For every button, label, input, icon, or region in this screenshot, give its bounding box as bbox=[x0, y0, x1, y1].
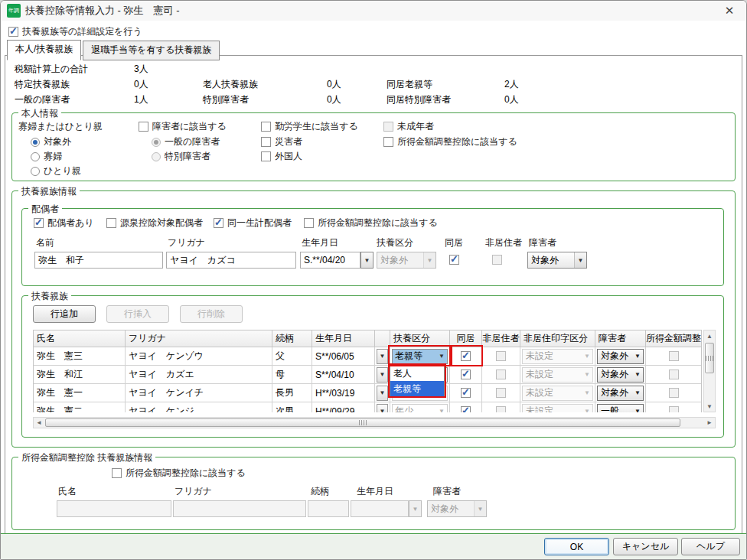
radio-single-parent[interactable]: ひとり親 bbox=[31, 164, 81, 177]
same-livelihood-checkbox[interactable]: 同一生計配偶者 bbox=[214, 217, 292, 230]
chevron-down-icon[interactable]: ▼ bbox=[632, 353, 643, 360]
scroll-up-icon[interactable]: ▲ bbox=[704, 330, 715, 341]
table-vertical-scrollbar[interactable]: ▲ ▼ bbox=[703, 330, 716, 412]
table-horizontal-scrollbar[interactable]: ◄ ► bbox=[33, 417, 716, 428]
add-row-button[interactable]: 行追加 bbox=[33, 305, 96, 323]
tab-self-dependents[interactable]: 本人/扶養親族 bbox=[7, 40, 81, 60]
ok-button[interactable]: OK bbox=[544, 538, 609, 555]
chevron-down-icon[interactable]: ▼ bbox=[377, 404, 388, 413]
scrollbar-thumb[interactable] bbox=[45, 418, 680, 427]
scroll-left-icon[interactable]: ◄ bbox=[34, 418, 44, 428]
cell-cohabit[interactable] bbox=[450, 366, 482, 384]
radio-on[interactable] bbox=[31, 138, 40, 147]
chevron-down-icon[interactable]: ▼ bbox=[632, 371, 643, 378]
dropdown-option-roshinto[interactable]: 老親等 bbox=[390, 381, 444, 396]
checkbox-checked[interactable] bbox=[461, 370, 471, 379]
cell-kana[interactable]: ヤヨイ カズエ bbox=[126, 366, 272, 384]
cell-relation[interactable]: 次男 bbox=[272, 402, 312, 412]
spouse-birth-dropdown-button[interactable]: ▼ bbox=[360, 252, 374, 269]
spouse-col-kana: フリガナ bbox=[168, 236, 205, 249]
checkbox-unchecked[interactable] bbox=[261, 151, 271, 161]
self-income-adjust-checkbox[interactable]: 所得金額調整控除に該当する bbox=[383, 135, 517, 148]
help-button[interactable]: ヘルプ bbox=[681, 538, 740, 555]
radio-not-applicable[interactable]: 対象外 bbox=[31, 135, 71, 148]
checkbox-disabled bbox=[496, 406, 506, 412]
radio-off[interactable] bbox=[31, 152, 40, 161]
cell-name[interactable]: 弥生 憲一 bbox=[34, 384, 126, 402]
scroll-down-icon[interactable]: ▼ bbox=[704, 401, 715, 412]
cell-disabled[interactable]: 対象外▼ bbox=[595, 366, 646, 384]
withholding-spouse-checkbox[interactable]: 源泉控除対象配偶者 bbox=[106, 217, 203, 230]
cell-kana[interactable]: ヤヨイ ケンゾウ bbox=[126, 347, 272, 366]
chevron-down-icon[interactable]: ▼ bbox=[377, 349, 388, 364]
checkbox-unchecked[interactable] bbox=[261, 137, 271, 147]
chevron-down-icon[interactable]: ▼ bbox=[632, 408, 643, 412]
disabled-person-checkbox[interactable]: 障害者に該当する bbox=[139, 120, 227, 133]
tab-strip: 本人/扶養親族 退職手当等を有する扶養親族 bbox=[7, 40, 221, 60]
cell-relation[interactable]: 父 bbox=[272, 347, 312, 366]
checkbox-unchecked[interactable] bbox=[112, 468, 122, 478]
spouse-disabled-combo[interactable]: 対象外 ▼ bbox=[527, 252, 587, 269]
checkbox-checked[interactable] bbox=[461, 388, 471, 398]
cell-relation[interactable]: 母 bbox=[272, 366, 312, 384]
cell-disabled[interactable]: 対象外▼ bbox=[595, 384, 646, 402]
checkbox-unchecked[interactable] bbox=[139, 122, 148, 132]
chevron-down-icon: ▼ bbox=[436, 408, 447, 412]
cell-kana[interactable]: ヤヨイ ケンジ bbox=[126, 402, 272, 412]
checkbox-unchecked[interactable] bbox=[261, 122, 271, 132]
cell-birth-dropdown[interactable]: ▼ bbox=[375, 384, 390, 402]
working-student-checkbox[interactable]: 勤労学生に該当する bbox=[261, 120, 358, 133]
cell-cohabit[interactable] bbox=[450, 347, 482, 366]
chevron-down-icon[interactable]: ▼ bbox=[632, 389, 643, 396]
cell-birth[interactable]: S**/06/05 bbox=[312, 347, 375, 366]
spouse-name-field[interactable]: 弥生 和子 bbox=[34, 252, 163, 269]
scrollbar-thumb[interactable] bbox=[705, 343, 714, 373]
radio-not-applicable-label: 対象外 bbox=[44, 135, 71, 148]
cell-name[interactable]: 弥生 憲三 bbox=[34, 347, 126, 366]
radio-widow[interactable]: 寡婦 bbox=[31, 150, 62, 163]
checkbox-unchecked[interactable] bbox=[304, 218, 314, 228]
cell-name[interactable]: 弥生 憲二 bbox=[34, 402, 126, 412]
cell-category[interactable]: 老親等▼ bbox=[390, 347, 450, 366]
cell-birth-dropdown[interactable]: ▼ bbox=[375, 402, 390, 412]
cell-disabled[interactable]: 対象外▼ bbox=[595, 347, 646, 366]
chevron-down-icon[interactable]: ▼ bbox=[377, 386, 388, 401]
cell-relation[interactable]: 長男 bbox=[272, 384, 312, 402]
checkbox-checked[interactable] bbox=[461, 351, 471, 361]
summary-cohab-special-value: 0人 bbox=[504, 93, 519, 106]
cell-birth[interactable]: H**/09/29 bbox=[312, 402, 375, 412]
checkbox-disabled bbox=[669, 351, 679, 361]
cancel-button[interactable]: キャンセル bbox=[613, 538, 678, 555]
checkbox-unchecked[interactable] bbox=[383, 137, 393, 147]
spouse-cohabit-checkbox[interactable] bbox=[449, 255, 459, 265]
cell-cohabit[interactable] bbox=[450, 384, 482, 402]
cell-birth[interactable]: S**/04/10 bbox=[312, 366, 375, 384]
dropdown-option-rojin[interactable]: 老人 bbox=[390, 366, 444, 381]
checkbox-checked[interactable] bbox=[461, 406, 471, 412]
checkbox-checked[interactable] bbox=[8, 27, 18, 37]
foreigner-checkbox[interactable]: 外国人 bbox=[261, 150, 302, 163]
radio-off[interactable] bbox=[31, 167, 40, 176]
spouse-birth-field[interactable]: S.**/04/20 bbox=[300, 252, 360, 269]
cell-name[interactable]: 弥生 和江 bbox=[34, 366, 126, 384]
detail-settings-checkbox[interactable]: 扶養親族等の詳細設定を行う bbox=[8, 25, 142, 38]
cell-kana[interactable]: ヤヨイ ケンイチ bbox=[126, 384, 272, 402]
income-adjust-applicable-checkbox[interactable]: 所得金額調整控除に該当する bbox=[112, 467, 246, 480]
disaster-victim-checkbox[interactable]: 災害者 bbox=[261, 135, 302, 148]
tab-retirement-dependents[interactable]: 退職手当等を有する扶養親族 bbox=[83, 41, 220, 60]
checkbox-unchecked[interactable] bbox=[106, 218, 116, 228]
chevron-down-icon[interactable]: ▼ bbox=[377, 367, 388, 383]
spouse-income-adjust-checkbox[interactable]: 所得金額調整控除に該当する bbox=[304, 217, 438, 230]
cell-cohabit[interactable] bbox=[450, 402, 482, 412]
cell-birth[interactable]: H**/03/19 bbox=[312, 384, 375, 402]
checkbox-checked[interactable] bbox=[214, 218, 223, 228]
cell-birth-dropdown[interactable]: ▼ bbox=[375, 347, 390, 366]
cell-disabled[interactable]: 一般▼ bbox=[595, 402, 646, 412]
close-icon[interactable]: ✕ bbox=[719, 4, 740, 18]
scroll-right-icon[interactable]: ► bbox=[704, 418, 715, 428]
chevron-down-icon[interactable]: ▼ bbox=[436, 353, 447, 360]
spouse-kana-field[interactable]: ヤヨイ カズコ bbox=[166, 252, 296, 269]
cell-birth-dropdown[interactable]: ▼ bbox=[375, 366, 390, 384]
checkbox-checked[interactable] bbox=[34, 218, 44, 228]
has-spouse-checkbox[interactable]: 配偶者あり bbox=[34, 217, 94, 230]
